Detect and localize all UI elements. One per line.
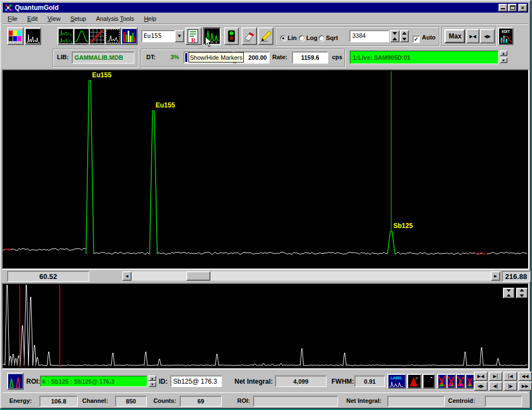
expand-region-button[interactable] [105,27,121,45]
scroll-right-button[interactable]: ▶ [491,271,500,281]
menu-item-setup[interactable]: Setup [65,14,91,23]
max-button[interactable]: Max [444,29,465,43]
edit-spectrum-button[interactable]: EDIT [498,27,513,45]
calibration-button[interactable] [89,27,105,45]
annotate-button[interactable] [258,27,273,45]
overview-compress-button[interactable] [503,288,514,298]
expand-vertical-button[interactable] [400,30,409,42]
peak-label-button[interactable]: LABEL [387,374,406,389]
nuclide-dropdown-button[interactable]: ▼ [175,30,184,42]
radio-log-icon [299,35,305,41]
scale-radio-sqrt[interactable]: Sqrt [318,32,338,42]
menu-item-help[interactable]: Help [139,14,162,23]
id-field[interactable]: Sb125@ 176.3 [170,375,222,387]
roi-spin-up-button[interactable]: ▲ [148,375,156,381]
color-palette-button[interactable] [7,27,24,45]
menu-item-analysis-tools[interactable]: Analysis Tools [91,14,139,23]
auto-label: Auto [422,34,436,41]
detector-spin-up-button[interactable]: ▲ [500,50,507,56]
range-end-field: 216.88 [502,271,530,282]
overview-spectrum-chart[interactable] [2,283,529,369]
maximize-button[interactable] [508,4,517,12]
nav-button-r1-c0[interactable]: ◀▶ [474,381,488,391]
log-label: Log [306,35,317,41]
delete-roi-button-3[interactable] [456,374,465,389]
main-spectrum-chart[interactable]: Eu155Eu155Sb125 [2,69,529,270]
nuclide-combobox[interactable]: Eu155 ▼ [141,30,184,42]
preset-time-value: 200.00 [248,54,267,61]
nav-button-r0-c2[interactable]: |◀ [504,372,517,381]
roi-select-field[interactable]: 6 : Sb125 : Sb125@ 176.3 [40,375,147,387]
nav-button-r0-c1[interactable]: ▶| [489,372,502,381]
svg-text:N: N [416,377,418,380]
eraser-icon [243,29,256,44]
detector-spin-down-button[interactable]: ▼ [500,58,507,63]
blank-display-button[interactable] [422,374,435,389]
application-window: QuantumGold × FileEditViewSetupAnalysis … [0,0,531,409]
title-bar[interactable]: QuantumGold × [3,3,528,13]
radio-lin-icon [280,35,286,41]
full-scale-input[interactable]: 3384 [350,30,389,42]
blank-display-icon [424,375,434,388]
scroll-left-button[interactable]: ◀ [122,271,131,281]
minimize-button[interactable] [499,4,507,12]
dual-spectrum-button[interactable] [58,27,74,45]
expand-vertical-icon [401,31,408,42]
compress-horizontal-button[interactable]: ▶◀ [466,29,479,43]
spectrum-scrollbar[interactable]: ◀ ▶ [122,271,500,281]
scale-radio-lin[interactable]: Lin [280,32,297,42]
fwhm-label: FWHM: [331,378,354,385]
nav-button-r0-c3[interactable]: ◀◀ [518,372,532,381]
nav-button-r1-c1[interactable]: ◀| [489,381,502,391]
rate-unit-label: cps [332,54,342,60]
rate-field: 1159.6 [292,52,328,64]
roi-spin-down-button[interactable]: ▼ [148,381,156,387]
marquee-spectrum-icon [106,29,120,44]
lin-label: Lin [288,35,297,41]
close-button[interactable]: × [518,4,527,12]
menu-item-edit[interactable]: Edit [22,14,43,23]
peak-fill-button[interactable]: N [407,374,421,389]
rate-value: 1159.6 [301,54,319,61]
peak-fit-button[interactable] [73,27,90,45]
auto-checkbox[interactable]: ✓Auto [413,32,436,43]
library-field[interactable]: GAMMALIB.MDB [72,52,134,64]
chevron-down-icon: ▼ [178,34,181,38]
nav-button-r1-c3[interactable]: ▶▶ [518,381,532,391]
live-status-value: 1:Live: SAM905D:01 [353,54,410,61]
nav-button-r0-c0[interactable]: ▶◀ [474,372,488,381]
mouse-cursor [205,36,213,48]
energy-label: Energy: [9,397,32,404]
compare-spectra-button[interactable] [121,27,138,45]
acquire-start-stop-button[interactable] [224,27,239,45]
channel-field: 850 [115,396,147,407]
single-spectrum-button[interactable] [25,27,41,45]
net-integral-label: Net Integral: [234,378,273,385]
tooltip-text: Show/Hide Markers [190,54,243,61]
scrollbar-thumb[interactable] [186,271,210,281]
expand-horizontal-button[interactable]: ◀▶ [480,29,495,43]
compress-vertical-button[interactable] [390,30,399,42]
id-value: Sb125@ 176.3 [173,378,217,385]
delete-roi-button-4[interactable] [465,374,474,389]
delete-roi-button-1[interactable] [437,374,447,389]
compress-vertical-icon [391,31,399,42]
report-button[interactable]: R [185,27,202,45]
roi-view-button[interactable] [7,373,24,390]
overview-expand-button[interactable] [516,288,528,298]
deadtime-progress-bar [185,53,187,62]
pencil-icon [259,29,272,44]
erase-button[interactable] [242,27,257,45]
menu-item-file[interactable]: File [3,14,22,23]
main-spectrum-svg: Eu155Eu155Sb125 [3,70,528,269]
radio-sqrt-icon [318,35,324,41]
nav-button-r1-c2[interactable]: |▶ [504,381,517,391]
scale-radio-log[interactable]: Log [299,32,317,42]
delete-roi-button-2[interactable] [447,374,456,389]
range-end-value: 216.88 [505,272,527,281]
arrow-down-icon: ▼ [151,383,153,386]
menu-item-view[interactable]: View [43,14,66,23]
fwhm-field: 0.91 [354,375,385,387]
overview-spectrum-svg [3,284,528,368]
fwhm-value: 0.91 [364,378,375,385]
